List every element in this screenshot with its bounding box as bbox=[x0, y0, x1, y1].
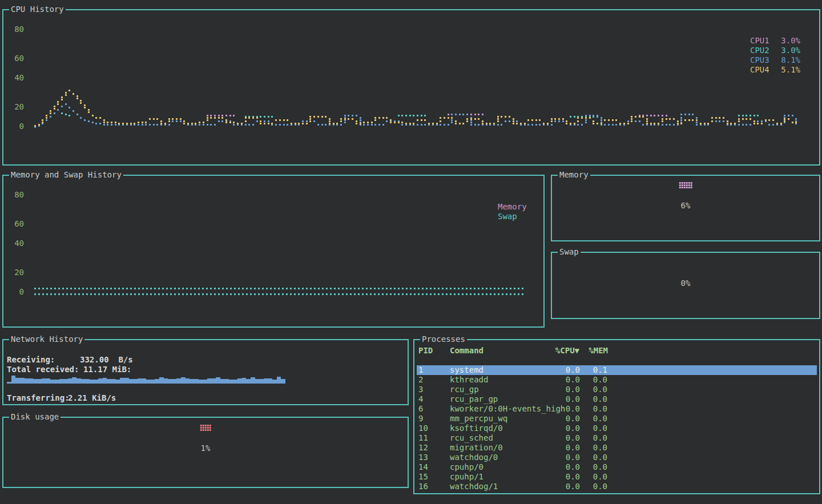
network-bar bbox=[190, 379, 194, 384]
network-bar bbox=[98, 378, 103, 384]
swap-gauge-panel: Swap 0% bbox=[551, 252, 820, 319]
process-row[interactable]: 15cpuhp/10.00.0 bbox=[417, 472, 817, 482]
process-command: rcu_sched bbox=[450, 433, 493, 443]
network-bar bbox=[50, 380, 55, 384]
cpu-legend-row-cpu4: CPU45.1% bbox=[750, 65, 800, 75]
network-bar bbox=[120, 378, 124, 384]
gauge-dot bbox=[688, 187, 690, 188]
network-bar bbox=[203, 380, 207, 384]
network-transferring-label: Transferring: bbox=[7, 393, 70, 403]
network-bar bbox=[25, 378, 29, 384]
process-command: cpuhp/0 bbox=[450, 462, 483, 472]
network-bar bbox=[281, 379, 285, 384]
gauge-dot bbox=[682, 184, 683, 186]
process-row[interactable]: 13watchdog/00.00.0 bbox=[417, 453, 817, 462]
process-row[interactable]: 11rcu_sched0.00.0 bbox=[417, 433, 817, 443]
process-pid: 3 bbox=[418, 385, 423, 394]
gauge-dot bbox=[209, 429, 211, 431]
network-bar bbox=[90, 380, 94, 384]
process-row[interactable]: 16watchdog/10.00.0 bbox=[417, 482, 817, 491]
gauge-dot bbox=[688, 184, 690, 186]
process-command: migration/0 bbox=[450, 443, 503, 453]
process-command: kthreadd bbox=[450, 375, 488, 385]
swap-gauge-title: Swap bbox=[558, 247, 581, 257]
process-row[interactable]: 12migration/00.00.0 bbox=[417, 443, 817, 453]
process-row[interactable]: 3rcu_gp0.00.0 bbox=[417, 385, 817, 394]
memory-history-line bbox=[34, 288, 525, 289]
memory-tick-80: 80 bbox=[11, 191, 24, 199]
pid-column-header[interactable]: PID bbox=[418, 346, 433, 356]
process-mem-percent: 0.0 bbox=[565, 472, 607, 482]
gauge-dot bbox=[205, 425, 207, 426]
gauge-dot bbox=[200, 429, 202, 431]
cpu-legend: CPU13.0%CPU23.0%CPU38.1%CPU45.1% bbox=[750, 36, 800, 75]
cpu-legend-value: 3.0% bbox=[781, 36, 800, 46]
memory-gauge-value: 6% bbox=[681, 201, 691, 211]
network-bar bbox=[268, 378, 273, 384]
cpu-legend-name: CPU3 bbox=[750, 55, 769, 65]
network-bar bbox=[186, 378, 190, 384]
process-row[interactable]: 10ksoftirqd/00.00.0 bbox=[417, 424, 817, 433]
cpu-legend-value: 5.1% bbox=[781, 65, 800, 75]
network-bar bbox=[42, 378, 46, 384]
gauge-dot bbox=[691, 182, 692, 184]
process-row[interactable]: 9mm_percpu_wq0.00.0 bbox=[417, 414, 817, 424]
disk-usage-panel: Disk usage 1% bbox=[2, 417, 409, 488]
gauge-dot bbox=[691, 184, 692, 186]
network-bar bbox=[224, 379, 229, 384]
process-mem-percent: 0.0 bbox=[565, 462, 607, 472]
process-row[interactable]: 4rcu_par_gp0.00.0 bbox=[417, 394, 817, 404]
memory-tick-40: 40 bbox=[11, 239, 24, 247]
network-bar bbox=[107, 379, 111, 384]
gauge-dot bbox=[207, 429, 209, 431]
network-bar bbox=[72, 377, 76, 384]
network-bar bbox=[199, 380, 203, 384]
disk-gauge-arc bbox=[200, 425, 211, 431]
mem-column-header[interactable]: %MEM bbox=[565, 346, 608, 356]
network-bar bbox=[159, 377, 164, 384]
process-row[interactable]: 14cpuhp/00.00.0 bbox=[417, 462, 817, 472]
swap-history-line bbox=[34, 293, 525, 295]
network-bar bbox=[168, 379, 172, 384]
process-row[interactable]: 2kthreadd0.00.0 bbox=[417, 375, 817, 385]
process-command: watchdog/1 bbox=[450, 482, 498, 491]
process-mem-percent: 0.1 bbox=[565, 365, 607, 375]
network-bar bbox=[229, 380, 233, 384]
process-pid: 6 bbox=[418, 404, 423, 414]
process-row[interactable]: 6kworker/0:0H-events_high0.00.0 bbox=[417, 404, 817, 414]
memory-legend-label: Memory bbox=[498, 202, 527, 212]
network-bar bbox=[103, 378, 107, 384]
network-bar bbox=[138, 378, 142, 384]
network-bar bbox=[142, 378, 146, 384]
cpu-legend-name: CPU4 bbox=[750, 65, 769, 75]
network-bar bbox=[176, 378, 181, 384]
process-table-header: PID Command %CPU▼ %MEM bbox=[417, 346, 817, 356]
process-pid: 10 bbox=[418, 424, 428, 433]
process-row-selected[interactable]: 1systemd0.00.1 bbox=[417, 365, 817, 375]
network-bar bbox=[172, 379, 177, 384]
swap-gauge-value: 0% bbox=[681, 279, 691, 288]
gauge-dot bbox=[207, 425, 209, 426]
network-bar bbox=[63, 379, 68, 384]
process-command: watchdog/0 bbox=[450, 453, 498, 462]
network-bar bbox=[94, 380, 99, 384]
gauge-dot bbox=[207, 427, 209, 429]
gauge-dot bbox=[684, 184, 686, 186]
gauge-dot bbox=[679, 184, 681, 186]
process-command: rcu_par_gp bbox=[450, 394, 498, 404]
network-bar bbox=[81, 379, 86, 384]
memory-gauge-arc bbox=[679, 182, 692, 188]
network-bar bbox=[242, 378, 247, 384]
cpu-history-chart bbox=[3, 10, 819, 164]
process-mem-percent: 0.0 bbox=[565, 443, 607, 453]
process-pid: 16 bbox=[418, 482, 428, 491]
process-mem-percent: 0.0 bbox=[565, 482, 607, 491]
cpu-legend-name: CPU2 bbox=[750, 46, 769, 55]
network-bar bbox=[220, 379, 225, 384]
command-column-header[interactable]: Command bbox=[450, 346, 483, 356]
gauge-dot bbox=[686, 184, 688, 186]
network-bar bbox=[233, 380, 238, 384]
network-history-title: Network History bbox=[9, 334, 84, 344]
process-mem-percent: 0.0 bbox=[565, 424, 607, 433]
network-bar bbox=[272, 380, 277, 384]
